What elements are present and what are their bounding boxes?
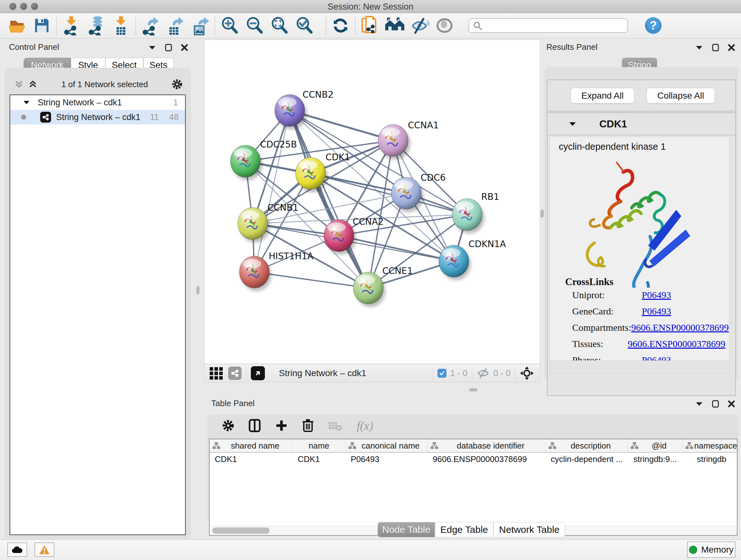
network-edge[interactable] [254, 111, 290, 272]
export-network-button[interactable] [138, 14, 163, 37]
netbar-separator [472, 366, 472, 380]
tab-edge-table[interactable]: Edge Table [435, 522, 493, 537]
table-cell: 9606.ENSP00000378699 [428, 453, 546, 465]
network-canvas[interactable]: CCNB2CCNA1CDC25BCDK1CDC6RB1CCNB1CCNA2CDK… [204, 40, 540, 364]
hide-graphics-details-button[interactable] [407, 14, 432, 37]
panel-maximize-icon[interactable] [712, 44, 719, 52]
import-table-icon [111, 16, 131, 36]
table-cell: stringdb [683, 453, 738, 465]
help-button[interactable]: ? [641, 14, 666, 37]
gene-details-scroll-strip[interactable] [549, 361, 730, 373]
network-options-gear-icon[interactable] [172, 79, 183, 90]
import-network-file-button[interactable] [59, 14, 84, 37]
function-builder-icon[interactable]: f(x) [357, 419, 373, 433]
export-image-button[interactable] [188, 14, 212, 37]
toolbar-search [468, 18, 628, 33]
tab-node-table[interactable]: Node Table [378, 522, 435, 537]
open-session-button[interactable] [4, 14, 29, 37]
table-cell: cyclin-dependent ... [546, 453, 628, 465]
control-panel-title: Control Panel [9, 42, 59, 52]
expand-all-icon[interactable] [28, 79, 38, 89]
collapse-all-button[interactable]: Collapse All [647, 88, 715, 104]
tab-network-table[interactable]: Network Table [493, 522, 565, 537]
string-import-button[interactable] [357, 14, 382, 37]
table-hscrollbar-thumb[interactable] [212, 527, 270, 534]
delete-table-icon[interactable] [328, 420, 343, 432]
column-header--id[interactable]: @id [628, 439, 683, 452]
table-options-gear-icon[interactable] [222, 420, 234, 432]
refresh-icon [331, 16, 350, 35]
cloud-icon [11, 546, 23, 554]
left-splitter-handle[interactable] [196, 286, 199, 294]
netbar-separator [246, 366, 246, 380]
show-graphics-details-button[interactable] [432, 14, 457, 37]
table-row[interactable]: CDK1CDK1P064939606.ENSP00000378699cyclin… [210, 453, 737, 465]
column-header-label: description [556, 441, 625, 451]
delete-column-icon[interactable] [302, 419, 314, 433]
hidden-items-eye-slash-icon[interactable] [477, 368, 489, 379]
column-header-database-identifier[interactable]: database identifier [428, 439, 546, 452]
column-header-label: shared name [220, 441, 290, 451]
export-table-button[interactable] [163, 14, 188, 37]
column-header-shared-name[interactable]: shared name [210, 439, 293, 452]
section-collapse-icon[interactable] [569, 121, 576, 127]
warning-status-button[interactable] [35, 543, 54, 557]
export-image-icon [191, 16, 210, 36]
network-edge[interactable] [339, 236, 454, 261]
export-network-icon [141, 16, 160, 36]
import-network-database-button[interactable] [84, 14, 109, 37]
zoom-out-button[interactable] [242, 14, 267, 37]
gene-section-header[interactable]: CDK1 [548, 113, 735, 135]
status-bar: Memory [0, 540, 741, 560]
selected-nodes-checkbox[interactable] [437, 369, 447, 378]
create-column-icon[interactable] [275, 419, 288, 432]
panel-close-icon[interactable] [181, 44, 188, 51]
panel-close-icon[interactable] [728, 400, 735, 408]
memory-status-button[interactable]: Memory [687, 542, 736, 558]
crosslink-value-link[interactable]: P06493 [642, 290, 671, 300]
toolbar-separator [135, 16, 136, 35]
panel-maximize-icon[interactable] [165, 44, 172, 52]
zoom-selected-button[interactable] [292, 14, 317, 37]
network-node-label: CDK1 [326, 152, 350, 163]
network-collection-row[interactable]: String Network – cdk1 1 [10, 95, 185, 110]
tree-expander-icon[interactable] [23, 100, 30, 105]
import-database-icon [86, 16, 106, 36]
collapse-all-icon[interactable] [14, 79, 23, 89]
import-table-file-button[interactable] [109, 14, 133, 37]
warning-icon [39, 545, 50, 555]
column-header-canonical-name[interactable]: canonical name [346, 439, 428, 452]
crosslink-value-link[interactable]: 9606.ENSP00000378699 [628, 338, 725, 349]
panel-float-icon[interactable] [695, 45, 703, 51]
memory-label: Memory [701, 545, 733, 555]
grid-view-icon[interactable] [209, 366, 224, 381]
panel-close-icon[interactable] [728, 44, 735, 51]
save-session-button[interactable] [29, 14, 54, 37]
crosslink-row: Tissues:9606.ENSP00000378699 [572, 338, 725, 349]
panel-float-icon[interactable] [148, 45, 156, 51]
network-node-label: RB1 [481, 192, 499, 202]
fit-crosshair-icon[interactable] [520, 366, 534, 380]
share-view-icon[interactable] [228, 367, 242, 380]
column-header-name[interactable]: name [293, 439, 346, 452]
panel-maximize-icon[interactable] [712, 400, 719, 408]
crosslink-value-link[interactable]: 9606.ENSP00000378699 [631, 322, 729, 333]
crosslink-value-link[interactable]: P06493 [642, 306, 671, 317]
zoom-fit-button[interactable] [267, 14, 292, 37]
svg-text:?: ? [650, 19, 657, 32]
horizontal-splitter-handle[interactable] [469, 388, 477, 391]
cloud-status-button[interactable] [7, 543, 27, 557]
network-row-selected[interactable]: String Network – cdk1 11 48 [10, 110, 185, 125]
main-toolbar: ? [0, 13, 741, 38]
expand-all-button[interactable]: Expand All [570, 88, 634, 104]
search-input[interactable] [468, 18, 628, 33]
show-columns-icon[interactable] [248, 419, 261, 433]
column-header-namespace[interactable]: namespace [683, 439, 738, 452]
zoom-in-button[interactable] [217, 14, 242, 37]
crosslink-value-link[interactable]: P06493 [642, 355, 671, 361]
apply-preferred-layout-button[interactable] [328, 14, 353, 37]
column-header-description[interactable]: description [546, 439, 628, 452]
string-home-button[interactable] [382, 14, 407, 37]
panel-float-icon[interactable] [695, 401, 703, 407]
birds-eye-view-icon[interactable] [251, 366, 265, 380]
